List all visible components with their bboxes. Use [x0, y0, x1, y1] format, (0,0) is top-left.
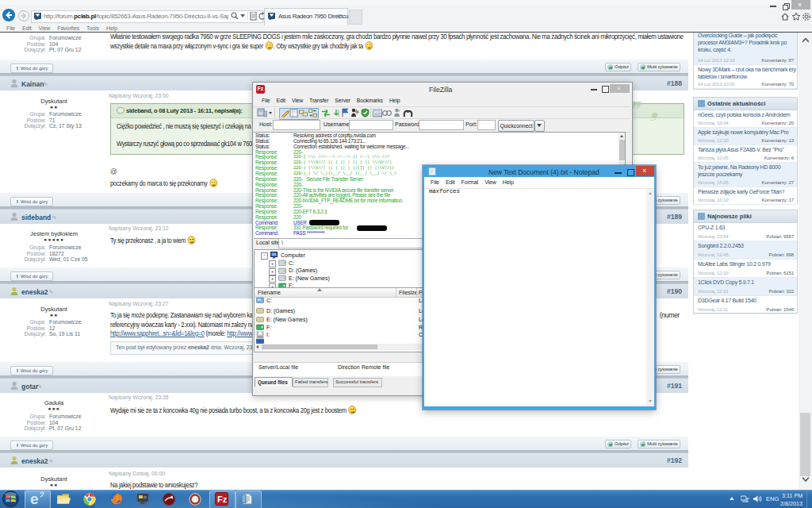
- svg-text:Fz: Fz: [217, 495, 228, 504]
- svg-text:e: e: [30, 491, 39, 507]
